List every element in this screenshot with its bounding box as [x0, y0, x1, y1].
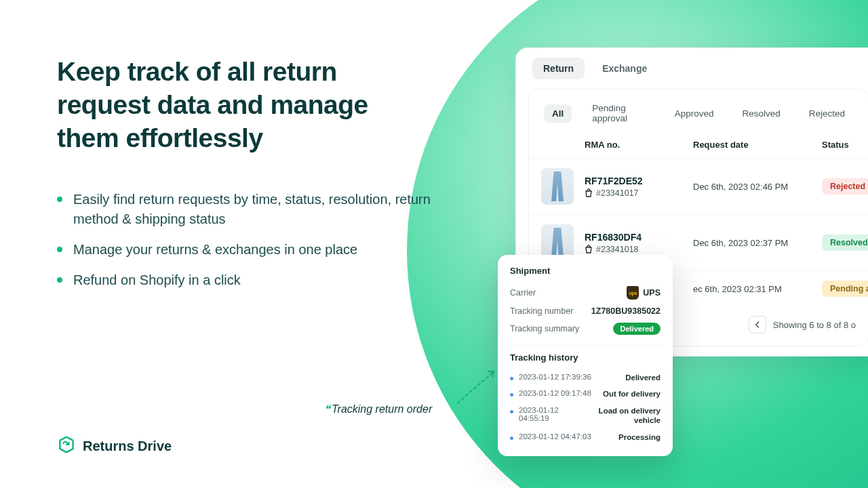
callout-label: ❝Tracking return order	[324, 403, 432, 415]
carrier-value: ups UPS	[627, 286, 660, 300]
bullet-icon	[510, 410, 513, 413]
shipment-popover: Shipment Carrier ups UPS Tracking number…	[498, 255, 673, 456]
order-number: #23341017	[585, 188, 693, 198]
filter-tab-rejected[interactable]: Rejected	[801, 104, 853, 123]
tracking-number-label: Tracking number	[510, 306, 573, 316]
table-row[interactable]: RF71F2DE52 #23341017 Dec 6th, 2023 02:46…	[529, 158, 868, 214]
pagination-text: Showing 6 to 8 of 8 o	[773, 320, 856, 330]
filter-tab-resolved[interactable]: Resolved	[734, 104, 788, 123]
tracking-history-item: 2023-01-12 09:17:48 Out for delivery	[510, 386, 660, 402]
hero-headline: Keep track of all return request data an…	[57, 56, 437, 155]
filter-tab-all[interactable]: All	[544, 104, 572, 123]
status-badge: Rejected	[822, 178, 868, 195]
rma-number: RF16830DF4	[585, 232, 693, 243]
tab-exchange[interactable]: Exchange	[591, 58, 658, 79]
bullet-icon	[510, 393, 513, 396]
col-status: Status	[822, 140, 868, 150]
hero-bullet: Manage your returns & exchanges in one p…	[57, 240, 437, 260]
shop-bag-icon	[585, 245, 593, 253]
brand-lockup: Returns Drive	[57, 435, 172, 457]
tab-return[interactable]: Return	[532, 58, 585, 79]
tracking-summary-label: Tracking summary	[510, 324, 579, 333]
filter-tabs: All Pending approval Approved Resolved R…	[529, 99, 868, 137]
shop-bag-icon	[585, 188, 593, 197]
filter-tab-pending[interactable]: Pending approval	[584, 99, 654, 127]
request-date: Dec 6th, 2023 02:37 PM	[693, 238, 822, 248]
order-number: #23341018	[585, 245, 693, 254]
divider	[510, 345, 660, 346]
chevron-left-icon	[754, 321, 761, 328]
tracking-history-item: 2023-01-12 04:47:03 Processing	[510, 429, 660, 445]
tracking-history-title: Tracking history	[510, 352, 660, 363]
bullet-icon	[510, 436, 513, 440]
ups-logo-icon: ups	[627, 286, 639, 300]
hero-copy: Keep track of all return request data an…	[57, 56, 437, 301]
table-header: RMA no. Request date Status	[529, 137, 868, 158]
status-badge: Pending approval	[822, 281, 868, 297]
spark-icon: ❝	[324, 403, 330, 415]
product-thumb	[541, 168, 574, 205]
filter-tab-approved[interactable]: Approved	[667, 104, 722, 123]
callout-arrow-icon	[454, 366, 502, 407]
hero-bullet: Refund on Shopify in a click	[57, 270, 437, 290]
tracking-history-item: 2023-01-12 04:55:19 Load on delivery veh…	[510, 403, 660, 429]
carrier-label: Carrier	[510, 288, 536, 298]
bullet-icon	[510, 377, 513, 380]
top-tabs: Return Exchange	[516, 58, 868, 89]
hero-bullet: Easily find return requests by time, sta…	[57, 190, 437, 229]
prev-page-button[interactable]	[749, 316, 766, 333]
hero-bullet-list: Easily find return requests by time, sta…	[57, 190, 437, 290]
request-date: Dec 6th, 2023 02:46 PM	[693, 182, 822, 192]
tracking-history-item: 2023-01-12 17:39:36 Delivered	[510, 369, 660, 386]
status-badge: Resolved	[822, 235, 868, 251]
col-rma: RMA no.	[585, 140, 693, 150]
col-date: Request date	[693, 140, 822, 150]
tracking-summary-badge: Delivered	[613, 323, 660, 335]
brand-logo-icon	[57, 435, 76, 457]
tracking-number-value: 1Z780BU9385022	[591, 306, 660, 316]
tracking-history-list: 2023-01-12 17:39:36 Delivered 2023-01-12…	[510, 369, 660, 445]
request-date: ec 6th, 2023 02:31 PM	[693, 284, 822, 294]
rma-number: RF71F2DE52	[585, 176, 693, 186]
shipment-title: Shipment	[510, 266, 660, 276]
brand-name: Returns Drive	[83, 439, 172, 454]
